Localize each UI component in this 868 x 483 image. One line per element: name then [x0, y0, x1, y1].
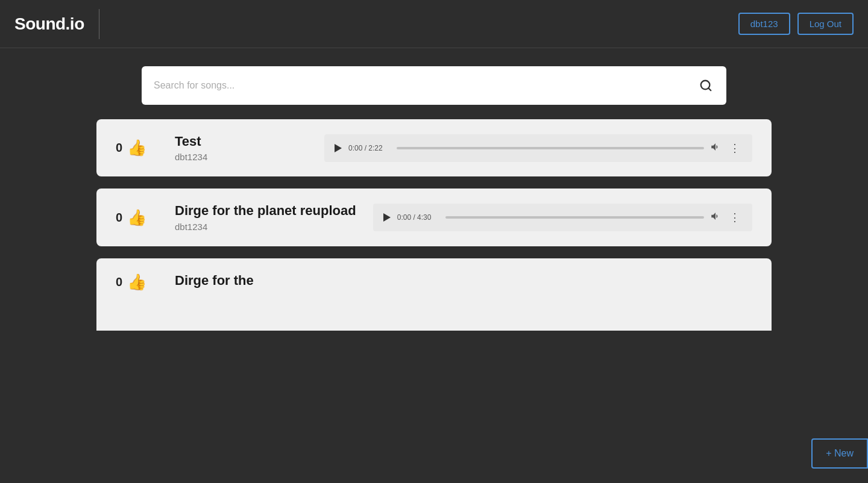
like-section: 0 👍: [116, 273, 158, 291]
volume-icon[interactable]: [710, 211, 721, 224]
more-options-icon[interactable]: ⋮: [727, 139, 743, 157]
header: Sound.io dbt123 Log Out: [0, 0, 868, 48]
search-container: [142, 66, 726, 105]
like-section: 0 👍: [116, 208, 158, 227]
search-icon[interactable]: [697, 77, 714, 94]
audio-player: 0:00 / 4:30 ⋮: [373, 204, 752, 231]
new-button[interactable]: + New: [811, 438, 868, 469]
thumbs-up-icon[interactable]: 👍: [127, 208, 146, 227]
play-triangle-icon: [383, 213, 391, 222]
play-button[interactable]: [383, 213, 391, 222]
song-title: Test: [175, 134, 307, 149]
song-card: 0 👍 Dirge for the planet reupload dbt123…: [96, 189, 772, 246]
song-author: dbt1234: [175, 222, 356, 232]
thumbs-up-icon[interactable]: 👍: [127, 139, 146, 157]
thumbs-up-icon[interactable]: 👍: [127, 273, 146, 291]
svg-line-1: [708, 88, 711, 90]
like-section: 0 👍: [116, 139, 158, 157]
time-display: 0:00 / 4:30: [397, 213, 439, 222]
header-right: dbt123 Log Out: [738, 13, 854, 35]
song-info: Test dbt1234: [175, 134, 307, 162]
logout-button[interactable]: Log Out: [797, 13, 854, 35]
song-author: dbt1234: [175, 152, 307, 162]
like-count: 0: [116, 141, 122, 155]
username-button[interactable]: dbt123: [738, 13, 790, 35]
header-left: Sound.io: [14, 9, 99, 39]
more-options-icon[interactable]: ⋮: [727, 208, 743, 226]
search-input[interactable]: [154, 80, 697, 91]
play-triangle-icon: [335, 144, 342, 152]
song-title: Dirge for the: [175, 273, 307, 288]
song-card: 0 👍 Test dbt1234 0:00 / 2:22 ⋮: [96, 119, 772, 176]
like-count: 0: [116, 275, 122, 289]
header-divider: [99, 9, 99, 39]
song-info: Dirge for the: [175, 273, 307, 291]
audio-player: 0:00 / 2:22 ⋮: [324, 134, 752, 162]
volume-icon[interactable]: [710, 142, 721, 155]
progress-track[interactable]: [445, 216, 704, 219]
main-content: 0 👍 Test dbt1234 0:00 / 2:22 ⋮ 0: [0, 48, 868, 349]
logo: Sound.io: [14, 14, 99, 34]
song-title: Dirge for the planet reupload: [175, 203, 356, 219]
song-info: Dirge for the planet reupload dbt1234: [175, 203, 356, 231]
like-count: 0: [116, 211, 122, 225]
progress-track[interactable]: [397, 147, 704, 149]
song-card-partial: 0 👍 Dirge for the: [96, 258, 772, 331]
time-display: 0:00 / 2:22: [348, 144, 391, 152]
play-button[interactable]: [334, 144, 342, 152]
